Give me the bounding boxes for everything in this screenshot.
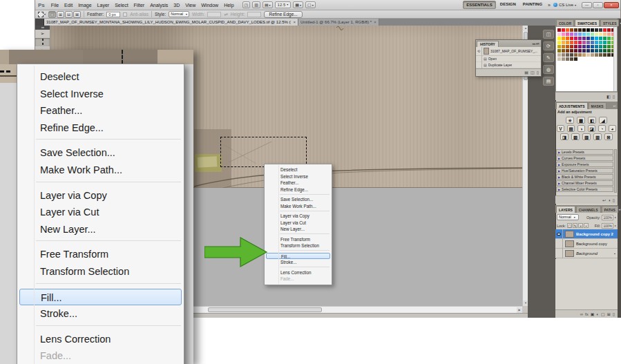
menu-3d[interactable]: 3D: [171, 3, 182, 8]
color-swatch[interactable]: [603, 32, 606, 36]
color-swatch[interactable]: [607, 32, 611, 36]
color-swatch[interactable]: [607, 53, 611, 57]
color-swatch[interactable]: [566, 53, 569, 57]
color-swatch[interactable]: [599, 32, 602, 36]
tab-masks[interactable]: MASKS: [589, 102, 606, 109]
horizontal-scroll-thumb[interactable]: [208, 307, 322, 312]
color-swatch[interactable]: [566, 49, 569, 52]
visibility-toggle[interactable]: [555, 249, 563, 258]
lock-option-icon[interactable]: ▢: [567, 223, 572, 228]
color-swatch[interactable]: [599, 41, 602, 44]
zoom-menu-item-save-selection[interactable]: Save Selection...: [17, 144, 184, 162]
swatches-action-icon[interactable]: ▯: [613, 93, 615, 100]
color-swatch[interactable]: [599, 49, 602, 52]
swatches-scrollbar[interactable]: [613, 27, 617, 91]
adjustment-icon[interactable]: ◧: [588, 117, 596, 124]
color-swatch[interactable]: [591, 53, 594, 57]
opacity-value[interactable]: 100%: [602, 215, 613, 220]
color-swatch[interactable]: [578, 37, 582, 40]
color-swatch[interactable]: [557, 28, 561, 32]
color-swatch[interactable]: [582, 37, 586, 40]
selection-mode-icon[interactable]: ▢: [48, 11, 56, 18]
menu-item-feather[interactable]: Feather...: [265, 180, 332, 186]
document-tab[interactable]: Untitled-1 @ 66.7% (Layer 1, RGB/8) *×: [298, 19, 379, 26]
style-select[interactable]: Normal ▾: [169, 11, 189, 17]
color-swatch[interactable]: [586, 28, 590, 32]
history-source-checkbox[interactable]: [476, 56, 482, 62]
color-swatch[interactable]: [578, 45, 582, 48]
color-swatch[interactable]: [607, 28, 611, 32]
marquee-tool-button[interactable]: [35, 38, 50, 46]
expand-arrow-icon[interactable]: ▶: [558, 175, 560, 179]
color-swatch[interactable]: [578, 53, 582, 57]
adjustments-action-icon[interactable]: ▯: [613, 197, 615, 204]
zoom-menu-item-deselect[interactable]: Deselect: [17, 68, 184, 86]
preset-row[interactable]: ▶Channel Mixer Presets: [556, 180, 613, 186]
tab-styles[interactable]: STYLES: [600, 19, 619, 26]
menu-edit[interactable]: Edit: [61, 3, 75, 8]
dock-panel-icon[interactable]: ✎: [543, 53, 554, 62]
color-swatch[interactable]: [599, 53, 602, 57]
layer-row[interactable]: Background copy 2: [555, 229, 618, 239]
menu-image[interactable]: Image: [75, 3, 94, 8]
color-swatch[interactable]: [570, 28, 573, 32]
menu-item-free-transform[interactable]: Free Transform: [265, 236, 332, 243]
color-swatch[interactable]: [578, 49, 582, 52]
adjustment-icon[interactable]: ⊠: [604, 133, 613, 140]
adjustment-icon[interactable]: ▥: [593, 133, 602, 140]
color-swatch[interactable]: [586, 49, 590, 52]
menu-item-save-selection[interactable]: Save Selection...: [265, 196, 332, 203]
color-swatch[interactable]: [582, 28, 586, 32]
color-swatch[interactable]: [574, 32, 577, 36]
expand-arrow-icon[interactable]: ▶: [558, 157, 560, 160]
color-swatch[interactable]: [557, 57, 561, 61]
cs-live-button[interactable]: CS Live ▾: [553, 3, 576, 7]
zoom-menu-item-refine-edge[interactable]: Refine Edge...: [17, 119, 184, 137]
color-swatch[interactable]: [557, 37, 561, 40]
adjustment-icon[interactable]: ◕: [609, 125, 616, 132]
color-swatch[interactable]: [586, 45, 590, 48]
color-swatch[interactable]: [562, 32, 565, 36]
adjustment-icon[interactable]: ▨: [571, 133, 580, 140]
expand-arrow-icon[interactable]: ▶: [558, 188, 560, 191]
color-swatch[interactable]: [591, 49, 594, 52]
spinner-arrow-icon[interactable]: ▸: [615, 215, 616, 219]
color-swatch[interactable]: [582, 45, 586, 48]
color-swatch[interactable]: [574, 53, 577, 57]
color-swatch[interactable]: [603, 41, 606, 44]
menu-window[interactable]: Window: [198, 3, 221, 8]
preset-row[interactable]: ▶Hue/Saturation Presets: [556, 168, 613, 173]
scroll-right-icon[interactable]: ▶: [517, 307, 522, 313]
color-swatch[interactable]: [582, 41, 586, 44]
expand-arrow-icon[interactable]: ▶: [558, 169, 560, 173]
adjustment-icon[interactable]: ▤: [567, 125, 575, 132]
color-swatch[interactable]: [591, 37, 594, 40]
color-swatch[interactable]: [574, 37, 577, 40]
color-swatch[interactable]: [562, 28, 565, 32]
color-swatch[interactable]: [591, 28, 594, 32]
lock-option-icon[interactable]: ✎: [573, 223, 577, 228]
color-swatch[interactable]: [566, 45, 569, 48]
color-swatch[interactable]: [599, 37, 602, 40]
tab-channels[interactable]: CHANNELS: [576, 206, 601, 213]
history-state[interactable]: ▤Open: [476, 56, 541, 62]
color-swatch[interactable]: [562, 41, 565, 44]
lock-option-icon[interactable]: ▪: [584, 223, 589, 228]
color-swatch[interactable]: [562, 37, 565, 40]
menu-item-fill[interactable]: Fill...: [266, 253, 330, 260]
color-swatch[interactable]: [582, 32, 586, 36]
close-tab-icon[interactable]: ×: [374, 20, 376, 24]
history-snapshot-row[interactable]: ⟲ 31087_MAP_OF_RUMSEY_...: [476, 47, 541, 56]
zoom-menu-item-free-transform[interactable]: Free Transform: [17, 246, 184, 263]
adjustment-icon[interactable]: V: [557, 125, 564, 132]
color-swatch[interactable]: [607, 45, 611, 48]
color-swatch[interactable]: [562, 45, 565, 48]
view-extras-icon[interactable]: ▤▾: [262, 1, 273, 8]
layers-action-icon[interactable]: ▣: [591, 311, 595, 318]
menu-item-select-inverse[interactable]: Select Inverse: [265, 173, 332, 180]
history-source-checkbox[interactable]: [476, 62, 482, 68]
color-swatch[interactable]: [595, 45, 598, 48]
menu-file[interactable]: File: [48, 3, 61, 8]
color-swatch[interactable]: [557, 45, 561, 48]
color-swatch[interactable]: [582, 53, 586, 57]
